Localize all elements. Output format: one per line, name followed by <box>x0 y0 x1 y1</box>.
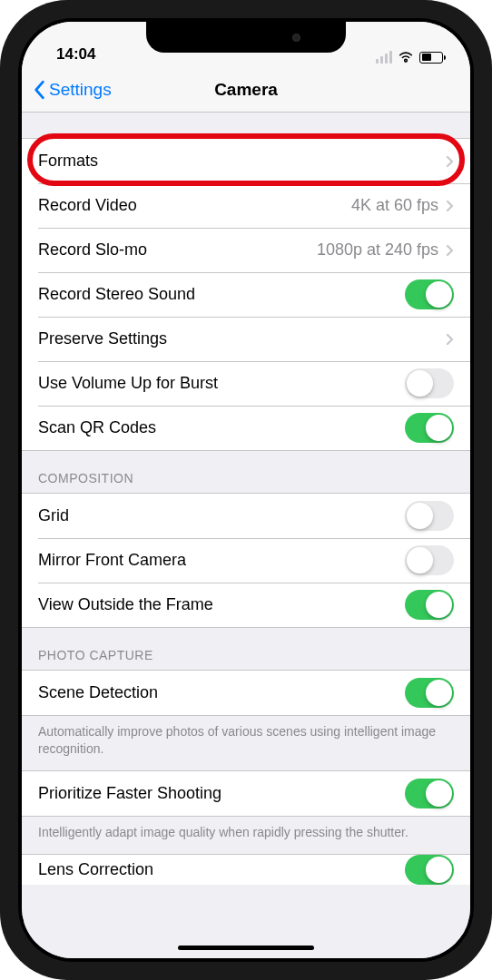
row-scene-detection: Scene Detection <box>22 671 470 715</box>
nav-bar: Settings Camera <box>22 67 470 113</box>
main-section: Formats Record Video 4K at 60 fps Record… <box>22 138 470 451</box>
row-label: Mirror Front Camera <box>38 551 405 570</box>
camera-dot <box>292 34 300 42</box>
lens-correction-toggle[interactable] <box>405 855 454 885</box>
back-button[interactable]: Settings <box>33 80 112 100</box>
row-record-video[interactable]: Record Video 4K at 60 fps <box>22 183 470 228</box>
section-header-photo: PHOTO CAPTURE <box>22 628 470 670</box>
row-scan-qr: Scan QR Codes <box>22 406 470 450</box>
row-label: Use Volume Up for Burst <box>38 374 405 393</box>
row-label: Preserve Settings <box>38 329 446 348</box>
photo-section-2: Prioritize Faster Shooting <box>22 770 470 817</box>
row-label: View Outside the Frame <box>38 595 405 614</box>
row-preserve-settings[interactable]: Preserve Settings <box>22 317 470 361</box>
back-label: Settings <box>49 80 112 100</box>
scene-detection-footer: Automatically improve photos of various … <box>22 716 470 758</box>
grid-toggle[interactable] <box>405 501 454 531</box>
row-view-outside: View Outside the Frame <box>22 583 470 627</box>
row-formats[interactable]: Formats <box>22 139 470 183</box>
row-faster-shooting: Prioritize Faster Shooting <box>22 771 470 816</box>
composition-section: Grid Mirror Front Camera View Outside th… <box>22 493 470 628</box>
photo-section-1: Scene Detection <box>22 670 470 716</box>
stereo-sound-toggle[interactable] <box>405 279 454 309</box>
cellular-icon <box>376 51 392 64</box>
scan-qr-toggle[interactable] <box>405 413 454 443</box>
scene-detection-toggle[interactable] <box>405 678 454 708</box>
faster-shooting-toggle[interactable] <box>405 779 454 808</box>
row-label: Lens Correction <box>38 860 405 879</box>
home-indicator[interactable] <box>178 946 314 950</box>
chevron-left-icon <box>33 80 45 100</box>
row-grid: Grid <box>22 494 470 538</box>
battery-icon <box>419 52 443 64</box>
volume-down-button <box>0 272 3 336</box>
row-value: 1080p at 240 fps <box>317 240 438 260</box>
row-label: Record Video <box>38 196 351 215</box>
row-label: Scene Detection <box>38 683 405 702</box>
row-label: Prioritize Faster Shooting <box>38 784 405 803</box>
chevron-right-icon <box>446 155 454 168</box>
row-label: Formats <box>38 152 446 171</box>
faster-shooting-footer: Intelligently adapt image quality when r… <box>22 817 470 841</box>
row-lens-correction: Lens Correction <box>22 855 470 885</box>
row-record-slomo[interactable]: Record Slo-mo 1080p at 240 fps <box>22 228 470 272</box>
row-label: Scan QR Codes <box>38 418 405 437</box>
section-header-composition: COMPOSITION <box>22 451 470 493</box>
chevron-right-icon <box>446 244 454 257</box>
notch <box>146 22 346 53</box>
volume-burst-toggle[interactable] <box>405 368 454 398</box>
phone-frame: 14:04 Settings Camera Formats <box>0 0 492 980</box>
row-stereo-sound: Record Stereo Sound <box>22 272 470 317</box>
chevron-right-icon <box>446 333 454 346</box>
mute-switch <box>0 136 3 171</box>
status-time: 14:04 <box>56 45 95 64</box>
row-label: Grid <box>38 506 405 525</box>
row-value: 4K at 60 fps <box>351 196 438 215</box>
volume-up-button <box>0 195 3 259</box>
mirror-front-toggle[interactable] <box>405 545 454 575</box>
view-outside-toggle[interactable] <box>405 590 454 620</box>
photo-section-3: Lens Correction <box>22 854 470 885</box>
chevron-right-icon <box>446 200 454 212</box>
settings-content[interactable]: Formats Record Video 4K at 60 fps Record… <box>22 113 470 958</box>
row-mirror-front: Mirror Front Camera <box>22 538 470 583</box>
row-volume-burst: Use Volume Up for Burst <box>22 361 470 406</box>
row-label: Record Stereo Sound <box>38 285 405 304</box>
row-label: Record Slo-mo <box>38 240 317 260</box>
wifi-icon <box>398 51 414 64</box>
